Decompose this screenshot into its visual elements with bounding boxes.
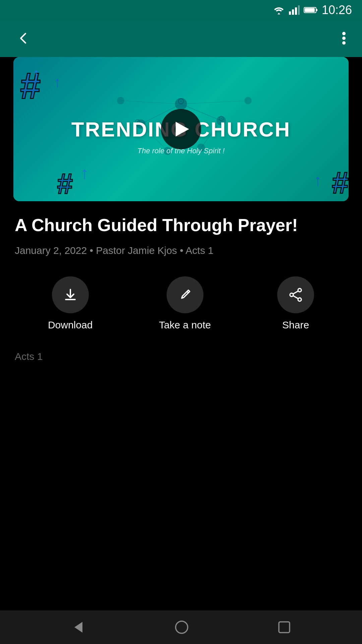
status-bar: 10:26 — [0, 0, 362, 20]
svg-point-12 — [217, 116, 226, 125]
svg-rect-0 — [289, 11, 291, 15]
svg-rect-6 — [305, 8, 315, 12]
back-triangle-icon — [71, 620, 86, 635]
wifi-icon — [273, 5, 285, 15]
svg-rect-5 — [316, 9, 317, 11]
note-icon — [177, 287, 193, 303]
arrow-deco-1: ↑ — [32, 64, 41, 84]
back-arrow-icon — [16, 31, 31, 46]
svg-line-21 — [181, 101, 248, 104]
svg-text:⊙: ⊙ — [218, 114, 224, 122]
svg-rect-33 — [279, 622, 290, 633]
sermon-content: A Church Guided Through Prayer! January … — [0, 201, 362, 610]
video-thumbnail[interactable]: ⊙ ⊙ ⊙ # # # ↑ ↑ ↑ ↑ TRENDING CHURCH The … — [13, 57, 349, 201]
share-circle — [277, 276, 314, 313]
battery-icon — [304, 6, 318, 14]
top-nav — [0, 20, 362, 57]
system-home-button[interactable] — [166, 616, 197, 639]
status-icons: 10:26 — [273, 3, 352, 17]
svg-point-11 — [136, 119, 145, 129]
take-note-button[interactable]: Take a note — [159, 276, 211, 331]
svg-marker-31 — [74, 622, 82, 633]
hashtag-topleft: # — [20, 67, 41, 104]
download-button[interactable]: Download — [48, 276, 93, 331]
download-icon — [62, 287, 78, 303]
sermon-meta: January 2, 2022 • Pastor Jamie Kjos • Ac… — [15, 245, 347, 256]
hashtag-bottomleft: # — [57, 169, 73, 198]
note-label: Take a note — [159, 319, 211, 331]
svg-text:⊙: ⊙ — [134, 117, 140, 126]
actions-row: Download Take a note — [15, 276, 347, 331]
svg-point-8 — [342, 37, 346, 40]
sermon-title: A Church Guided Through Prayer! — [15, 215, 347, 235]
back-button[interactable] — [12, 27, 35, 51]
arrow-deco-2: ↑ — [54, 74, 61, 91]
svg-line-30 — [293, 296, 298, 299]
system-recents-button[interactable] — [269, 616, 299, 638]
hashtag-bottomright: # — [332, 168, 349, 198]
svg-point-32 — [176, 621, 188, 633]
svg-point-13 — [164, 147, 172, 155]
svg-line-29 — [293, 291, 298, 294]
signal-icon — [289, 5, 300, 15]
svg-point-16 — [117, 97, 124, 104]
home-circle-icon — [174, 620, 189, 635]
svg-text:⊙: ⊙ — [177, 96, 185, 106]
svg-rect-3 — [298, 5, 300, 15]
more-options-button[interactable] — [338, 27, 350, 51]
play-button[interactable] — [161, 109, 201, 149]
svg-point-14 — [197, 144, 205, 152]
arrow-deco-4: ↑ — [314, 171, 322, 190]
svg-line-20 — [201, 121, 221, 148]
svg-rect-1 — [292, 9, 294, 15]
svg-point-10 — [175, 98, 187, 110]
bottom-nav — [0, 610, 362, 644]
system-back-button[interactable] — [63, 616, 94, 639]
svg-rect-2 — [295, 7, 297, 15]
share-label: Share — [282, 319, 309, 331]
recents-square-icon — [278, 621, 291, 634]
status-time: 10:26 — [322, 3, 352, 17]
svg-point-9 — [342, 41, 346, 45]
share-icon — [288, 287, 304, 303]
svg-point-7 — [342, 32, 346, 35]
svg-point-15 — [244, 97, 252, 104]
svg-line-22 — [121, 101, 181, 104]
note-circle — [167, 276, 203, 313]
more-dots-icon — [342, 31, 346, 46]
share-button[interactable]: Share — [277, 276, 314, 331]
sermon-tag: Acts 1 — [15, 351, 347, 362]
download-circle — [52, 276, 89, 313]
arrow-deco-3: ↑ — [80, 163, 89, 183]
download-label: Download — [48, 319, 93, 331]
